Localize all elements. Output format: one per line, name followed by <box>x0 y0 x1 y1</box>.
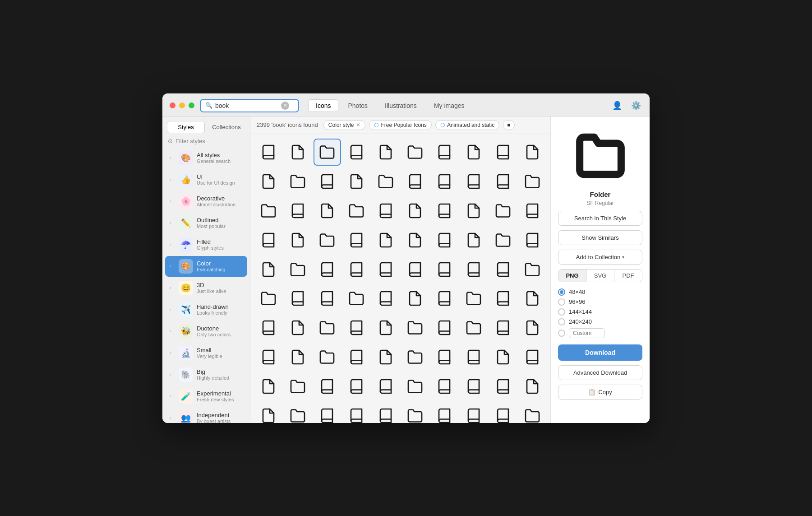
size-option-96[interactable]: 96×96 <box>558 298 642 306</box>
add-to-collection-button[interactable]: Add to Collection ▾ <box>558 250 642 265</box>
icon-cell[interactable] <box>372 256 400 283</box>
sidebar-tab-collections[interactable]: Collections <box>208 121 245 133</box>
download-button[interactable]: Download <box>558 344 642 361</box>
icon-cell[interactable] <box>518 373 546 400</box>
size-option-48[interactable]: 48×48 <box>558 288 642 296</box>
icon-cell[interactable] <box>314 256 341 283</box>
icon-cell[interactable] <box>372 373 400 400</box>
icon-cell[interactable] <box>314 226 341 254</box>
filter-chip-grid[interactable]: ■ <box>503 120 514 130</box>
icon-cell[interactable] <box>255 197 282 224</box>
filter-styles[interactable]: ⊙ Filter styles <box>162 136 250 147</box>
icon-cell[interactable] <box>372 314 400 342</box>
icon-cell[interactable] <box>401 139 429 166</box>
sidebar-item-ui[interactable]: › 👍 UI Use for UI design <box>165 169 247 190</box>
icon-cell[interactable] <box>372 197 400 224</box>
icon-cell[interactable] <box>343 256 370 283</box>
icon-cell[interactable] <box>489 344 517 371</box>
format-tab-png[interactable]: PNG <box>558 270 586 282</box>
icon-cell[interactable] <box>314 402 341 423</box>
icon-cell[interactable] <box>343 167 370 195</box>
icon-cell[interactable] <box>430 344 458 371</box>
icon-cell[interactable] <box>343 402 370 423</box>
icon-cell[interactable] <box>518 344 546 371</box>
icon-cell[interactable] <box>518 226 546 254</box>
icon-cell[interactable] <box>284 197 312 224</box>
sidebar-item-decorative[interactable]: › 🌸 Decorative Almost illustration <box>165 191 247 212</box>
icon-cell[interactable] <box>430 197 458 224</box>
icon-cell[interactable] <box>401 344 429 371</box>
icon-cell[interactable] <box>518 167 546 195</box>
icon-cell[interactable] <box>255 344 282 371</box>
icon-cell[interactable] <box>284 167 312 195</box>
icon-cell[interactable] <box>372 285 400 312</box>
icon-cell[interactable] <box>284 139 312 166</box>
icon-cell[interactable] <box>255 139 282 166</box>
icon-cell[interactable] <box>372 226 400 254</box>
icon-cell[interactable] <box>489 285 517 312</box>
icon-cell[interactable] <box>518 285 546 312</box>
icon-cell[interactable] <box>430 373 458 400</box>
icon-cell[interactable] <box>255 314 282 342</box>
icon-cell[interactable] <box>460 373 487 400</box>
icon-cell[interactable] <box>284 285 312 312</box>
close-button[interactable] <box>170 102 175 108</box>
icon-cell-selected[interactable] <box>314 139 341 166</box>
icon-cell[interactable] <box>284 344 312 371</box>
icon-cell[interactable] <box>255 226 282 254</box>
advanced-download-button[interactable]: Advanced Download <box>558 365 642 380</box>
icon-cell[interactable] <box>460 256 487 283</box>
format-tab-svg[interactable]: SVG <box>586 270 614 282</box>
icon-cell[interactable] <box>314 373 341 400</box>
icon-cell[interactable] <box>460 314 487 342</box>
size-option-144[interactable]: 144×144 <box>558 308 642 316</box>
icon-cell[interactable] <box>489 314 517 342</box>
icon-cell[interactable] <box>430 226 458 254</box>
tab-illustrations[interactable]: Illustrations <box>377 99 424 112</box>
icon-cell[interactable] <box>518 256 546 283</box>
icon-cell[interactable] <box>430 167 458 195</box>
maximize-button[interactable] <box>189 102 194 108</box>
filter-chip-free-popular[interactable]: ⬡ Free Popular Icons <box>369 120 431 130</box>
icon-cell[interactable] <box>255 285 282 312</box>
icon-cell[interactable] <box>343 226 370 254</box>
icon-cell[interactable] <box>518 402 546 423</box>
icon-cell[interactable] <box>255 373 282 400</box>
sidebar-item-independent[interactable]: › 👥 Independent By guest artists <box>165 408 247 423</box>
icon-cell[interactable] <box>430 402 458 423</box>
icon-cell[interactable] <box>430 139 458 166</box>
icon-cell[interactable] <box>343 197 370 224</box>
tab-myimages[interactable]: My images <box>426 99 472 112</box>
icon-cell[interactable] <box>255 167 282 195</box>
tab-icons[interactable]: Icons <box>308 99 338 112</box>
search-input[interactable] <box>215 102 278 109</box>
icon-cell[interactable] <box>460 167 487 195</box>
icon-cell[interactable] <box>343 373 370 400</box>
format-tab-pdf[interactable]: PDF <box>614 270 642 282</box>
filter-chip-color-style[interactable]: Color style ✕ <box>323 120 366 130</box>
icon-cell[interactable] <box>489 139 517 166</box>
icon-cell[interactable] <box>489 256 517 283</box>
icon-cell[interactable] <box>372 167 400 195</box>
icon-cell[interactable] <box>314 314 341 342</box>
icon-cell[interactable] <box>460 402 487 423</box>
icon-cell[interactable] <box>343 285 370 312</box>
icon-cell[interactable] <box>430 256 458 283</box>
icon-cell[interactable] <box>489 402 517 423</box>
icon-cell[interactable] <box>284 402 312 423</box>
icon-cell[interactable] <box>518 139 546 166</box>
icon-cell[interactable] <box>284 373 312 400</box>
minimize-button[interactable] <box>179 102 185 108</box>
icon-cell[interactable] <box>489 197 517 224</box>
icon-cell[interactable] <box>489 167 517 195</box>
icon-cell[interactable] <box>460 344 487 371</box>
filter-chip-remove[interactable]: ✕ <box>356 122 360 128</box>
copy-button[interactable]: 📋 Copy <box>558 385 642 400</box>
icon-cell[interactable] <box>343 139 370 166</box>
custom-size-input[interactable] <box>569 328 605 338</box>
icon-cell[interactable] <box>401 197 429 224</box>
sidebar-item-outlined[interactable]: › ✏️ Outlined Most popular <box>165 213 247 233</box>
icon-cell[interactable] <box>284 314 312 342</box>
size-option-custom[interactable] <box>558 328 642 338</box>
icon-cell[interactable] <box>284 226 312 254</box>
